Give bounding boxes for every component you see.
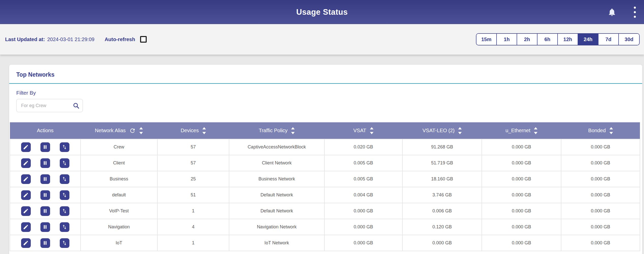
sort-asc-icon[interactable]	[139, 127, 143, 129]
column-header-label: Traffic Policy	[259, 128, 288, 133]
edit-button[interactable]	[21, 238, 31, 248]
pause-button[interactable]	[40, 158, 50, 168]
swap-vertical-button[interactable]	[60, 158, 69, 168]
search-icon[interactable]	[73, 102, 80, 109]
bell-icon	[607, 8, 617, 17]
actions-cell	[10, 203, 81, 219]
time-range-button-2h[interactable]: 2h	[517, 34, 537, 45]
swap-vertical-button[interactable]	[60, 222, 69, 232]
sort-control[interactable]	[609, 127, 613, 134]
cell-network-alias: IoT	[81, 235, 157, 251]
header-actions	[607, 0, 641, 24]
edit-button[interactable]	[21, 222, 31, 232]
sort-desc-icon[interactable]	[370, 132, 373, 134]
sort-desc-icon[interactable]	[534, 132, 537, 134]
time-range-button-1h[interactable]: 1h	[497, 34, 517, 45]
sort-control[interactable]	[291, 127, 295, 134]
column-header-u-ethernet[interactable]: u_Ethernet	[482, 122, 561, 139]
sort-desc-icon[interactable]	[291, 132, 295, 134]
time-range-button-15m[interactable]: 15m	[476, 34, 497, 45]
cell-bonded: 0.000 GB	[561, 171, 640, 187]
time-range-button-12h[interactable]: 12h	[558, 34, 578, 45]
search-box[interactable]	[16, 99, 83, 112]
cell-devices: 25	[157, 171, 229, 187]
sort-asc-icon[interactable]	[370, 127, 373, 129]
sort-desc-icon[interactable]	[139, 132, 143, 134]
swap-vertical-button[interactable]	[60, 142, 69, 152]
cell-network-alias: Business	[81, 171, 157, 187]
refresh-icon[interactable]	[129, 127, 136, 134]
auto-refresh-checkbox[interactable]	[140, 36, 147, 43]
swap-vertical-button[interactable]	[60, 238, 69, 248]
pause-button[interactable]	[40, 222, 50, 232]
pause-button[interactable]	[40, 206, 50, 216]
sort-desc-icon[interactable]	[609, 132, 613, 134]
edit-button[interactable]	[21, 206, 31, 216]
cell-vsat: 0.000 GB	[324, 203, 402, 219]
swap-vertical-button[interactable]	[60, 174, 69, 184]
cell-network-alias: Client	[81, 155, 157, 171]
column-header-vsat[interactable]: VSAT	[324, 122, 402, 139]
cell-vsat: 0.000 GB	[324, 219, 402, 235]
edit-button[interactable]	[21, 174, 31, 184]
edit-icon	[23, 176, 29, 182]
column-header-label: Devices	[181, 128, 199, 133]
column-header-traffic-policy[interactable]: Traffic Policy	[229, 122, 324, 139]
column-header-network-alias[interactable]: Network Alias	[81, 122, 157, 139]
time-range-button-7d[interactable]: 7d	[598, 34, 619, 45]
swap-vertical-button[interactable]	[60, 206, 69, 216]
sort-desc-icon[interactable]	[202, 132, 206, 134]
time-range-button-24h[interactable]: 24h	[578, 34, 598, 45]
edit-button[interactable]	[21, 190, 31, 200]
more-menu-button[interactable]	[631, 6, 638, 19]
column-header-actions[interactable]: Actions	[10, 122, 81, 139]
edit-button[interactable]	[21, 142, 31, 152]
sort-asc-icon[interactable]	[202, 127, 206, 129]
actions-cell	[10, 155, 81, 171]
pause-button[interactable]	[40, 238, 50, 248]
cell-traffic-policy: Default Network	[229, 187, 324, 203]
sort-asc-icon[interactable]	[609, 127, 613, 129]
pause-button[interactable]	[40, 142, 50, 152]
notifications-button[interactable]	[607, 8, 617, 17]
sort-asc-icon[interactable]	[291, 127, 295, 129]
pause-icon	[42, 224, 48, 230]
cell-bonded: 0.000 GB	[561, 219, 640, 235]
search-input[interactable]	[21, 103, 73, 109]
column-header-devices[interactable]: Devices	[157, 122, 229, 139]
time-range-button-6h[interactable]: 6h	[537, 34, 558, 45]
swap-vertical-button[interactable]	[60, 190, 69, 200]
pause-button[interactable]	[40, 174, 50, 184]
pause-icon	[42, 208, 48, 214]
panel-title-row: Top Networks	[9, 65, 642, 84]
cell-network-alias: default	[81, 187, 157, 203]
sort-asc-icon[interactable]	[534, 127, 537, 129]
column-header-label: VSAT	[353, 128, 366, 133]
pause-icon	[42, 176, 48, 182]
cell-u-ethernet: 0.000 GB	[482, 187, 561, 203]
column-header-label: Network Alias	[95, 128, 126, 133]
sort-asc-icon[interactable]	[458, 127, 462, 129]
table-row: default 51 Default Network 0.004 GB 3.74…	[10, 187, 640, 203]
time-range-button-30d[interactable]: 30d	[619, 34, 639, 45]
column-header-label: VSAT-LEO (2)	[423, 128, 455, 133]
actions-cell	[10, 171, 81, 187]
sort-control[interactable]	[458, 127, 462, 134]
sort-desc-icon[interactable]	[458, 132, 462, 134]
sort-control[interactable]	[202, 127, 206, 134]
pause-button[interactable]	[40, 190, 50, 200]
cell-u-ethernet: 0.000 GB	[482, 139, 561, 155]
cell-u-ethernet: 0.000 GB	[482, 203, 561, 219]
cell-vsat: 0.000 GB	[324, 235, 402, 251]
cell-network-alias: VoIP-Test	[81, 203, 157, 219]
sort-control[interactable]	[370, 127, 373, 134]
column-header-bonded[interactable]: Bonded	[561, 122, 640, 139]
filter-by-label: Filter By	[16, 90, 642, 96]
cell-vsat-leo: 0.000 GB	[402, 235, 482, 251]
swap-vertical-icon	[62, 224, 67, 230]
swap-vertical-icon	[62, 208, 67, 214]
column-header-vsat-leo-2[interactable]: VSAT-LEO (2)	[402, 122, 482, 139]
sort-control[interactable]	[534, 127, 537, 134]
sort-control[interactable]	[139, 127, 143, 134]
edit-button[interactable]	[21, 158, 31, 168]
